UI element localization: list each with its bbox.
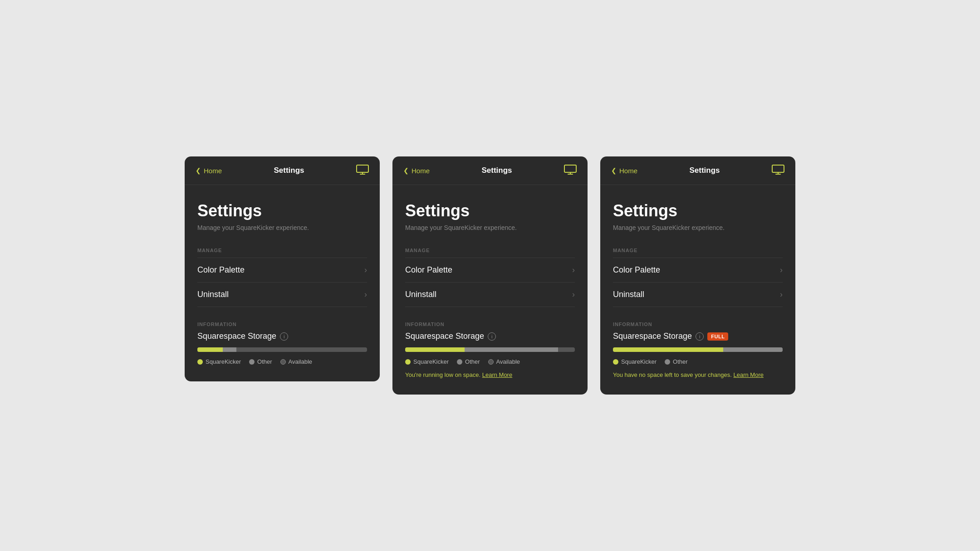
warning-text: You're running low on space. Learn More xyxy=(405,371,575,378)
monitor-icon xyxy=(356,165,369,176)
panel-body: SettingsManage your SquareKicker experie… xyxy=(392,185,588,395)
home-link[interactable]: ❮Home xyxy=(196,167,222,175)
page-subtitle: Manage your SquareKicker experience. xyxy=(613,224,783,231)
panel-low: ❮HomeSettings SettingsManage your Square… xyxy=(392,156,588,395)
menu-items: Color Palette›Uninstall› xyxy=(405,258,575,307)
learn-more-link[interactable]: Learn More xyxy=(482,371,512,378)
home-label: Home xyxy=(204,167,222,175)
storage-title: Squarespace Storage xyxy=(197,332,276,341)
home-link[interactable]: ❮Home xyxy=(403,167,430,175)
chevron-right-icon: › xyxy=(364,265,367,275)
menu-item-label: Color Palette xyxy=(405,265,452,275)
menu-items: Color Palette›Uninstall› xyxy=(197,258,367,307)
info-section: INFORMATIONSquarespace StorageiSquareKic… xyxy=(405,322,575,378)
chevron-right-icon: › xyxy=(572,265,575,275)
storage-legend: SquareKickerOtherAvailable xyxy=(197,358,367,365)
panel-nav: ❮HomeSettings xyxy=(392,156,588,185)
manage-section-label: MANAGE xyxy=(613,248,783,253)
warning-text: You have no space left to save your chan… xyxy=(613,371,783,378)
bar-other xyxy=(723,347,783,352)
full-badge: FULL xyxy=(707,332,728,341)
legend-label-squarekicker: SquareKicker xyxy=(621,358,657,365)
menu-item[interactable]: Uninstall› xyxy=(613,283,783,307)
legend-dot-squarekicker xyxy=(613,359,618,365)
storage-bar-container xyxy=(405,347,575,352)
legend-label-squarekicker: SquareKicker xyxy=(206,358,241,365)
bar-squarekicker xyxy=(405,347,465,352)
legend-label-other: Other xyxy=(673,358,688,365)
legend-item-other: Other xyxy=(665,358,688,365)
home-link[interactable]: ❮Home xyxy=(611,167,637,175)
panel-nav: ❮HomeSettings xyxy=(185,156,380,185)
page-title: Settings xyxy=(405,201,575,220)
menu-item[interactable]: Color Palette› xyxy=(197,258,367,283)
legend-item-squarekicker: SquareKicker xyxy=(405,358,449,365)
monitor-icon xyxy=(564,165,577,176)
storage-header: Squarespace StorageiFULL xyxy=(613,332,783,341)
legend-label-other: Other xyxy=(465,358,480,365)
storage-bar xyxy=(405,347,575,352)
info-section-label: INFORMATION xyxy=(613,322,783,327)
legend-item-squarekicker: SquareKicker xyxy=(613,358,657,365)
info-section-label: INFORMATION xyxy=(197,322,367,327)
panel-full: ❮HomeSettings SettingsManage your Square… xyxy=(600,156,795,395)
nav-title: Settings xyxy=(481,166,512,175)
legend-label-squarekicker: SquareKicker xyxy=(413,358,449,365)
menu-item[interactable]: Uninstall› xyxy=(197,283,367,307)
menu-item[interactable]: Uninstall› xyxy=(405,283,575,307)
chevron-left-icon: ❮ xyxy=(611,167,617,174)
legend-label-other: Other xyxy=(257,358,272,365)
info-icon[interactable]: i xyxy=(280,332,288,341)
page-subtitle: Manage your SquareKicker experience. xyxy=(197,224,367,231)
storage-bar-container xyxy=(197,347,367,352)
legend-item-squarekicker: SquareKicker xyxy=(197,358,241,365)
menu-item-label: Uninstall xyxy=(197,290,229,299)
chevron-left-icon: ❮ xyxy=(196,167,201,174)
chevron-right-icon: › xyxy=(780,290,783,299)
menu-item[interactable]: Color Palette› xyxy=(405,258,575,283)
bar-other xyxy=(223,347,236,352)
legend-item-available: Available xyxy=(488,358,520,365)
svg-rect-1 xyxy=(564,165,576,172)
panel-normal: ❮HomeSettings SettingsManage your Square… xyxy=(185,156,380,381)
storage-bar xyxy=(197,347,367,352)
legend-dot-squarekicker xyxy=(405,359,411,365)
menu-item[interactable]: Color Palette› xyxy=(613,258,783,283)
bar-squarekicker xyxy=(197,347,223,352)
home-label: Home xyxy=(619,167,637,175)
menu-item-label: Uninstall xyxy=(613,290,644,299)
panel-body: SettingsManage your SquareKicker experie… xyxy=(600,185,795,395)
legend-dot-other xyxy=(249,359,255,365)
menu-item-label: Uninstall xyxy=(405,290,436,299)
manage-section-label: MANAGE xyxy=(405,248,575,253)
legend-dot-other xyxy=(457,359,462,365)
info-section: INFORMATIONSquarespace StorageiSquareKic… xyxy=(197,322,367,365)
storage-header: Squarespace Storagei xyxy=(197,332,367,341)
legend-label-available: Available xyxy=(496,358,520,365)
storage-legend: SquareKickerOther xyxy=(613,358,783,365)
page-title: Settings xyxy=(613,201,783,220)
legend-item-other: Other xyxy=(457,358,480,365)
chevron-right-icon: › xyxy=(364,290,367,299)
legend-dot-squarekicker xyxy=(197,359,203,365)
storage-legend: SquareKickerOtherAvailable xyxy=(405,358,575,365)
page-subtitle: Manage your SquareKicker experience. xyxy=(405,224,575,231)
info-section-label: INFORMATION xyxy=(405,322,575,327)
page-title: Settings xyxy=(197,201,367,220)
nav-title: Settings xyxy=(689,166,720,175)
bar-squarekicker xyxy=(613,347,723,352)
legend-item-other: Other xyxy=(249,358,272,365)
nav-title: Settings xyxy=(274,166,304,175)
chevron-right-icon: › xyxy=(572,290,575,299)
chevron-left-icon: ❮ xyxy=(403,167,409,174)
info-icon[interactable]: i xyxy=(696,332,704,341)
svg-rect-2 xyxy=(772,165,784,172)
learn-more-link[interactable]: Learn More xyxy=(733,371,763,378)
bar-other xyxy=(465,347,558,352)
info-icon[interactable]: i xyxy=(488,332,496,341)
panel-nav: ❮HomeSettings xyxy=(600,156,795,185)
legend-dot-available xyxy=(280,359,286,365)
legend-item-available: Available xyxy=(280,358,313,365)
panel-body: SettingsManage your SquareKicker experie… xyxy=(185,185,380,381)
storage-bar-container xyxy=(613,347,783,352)
